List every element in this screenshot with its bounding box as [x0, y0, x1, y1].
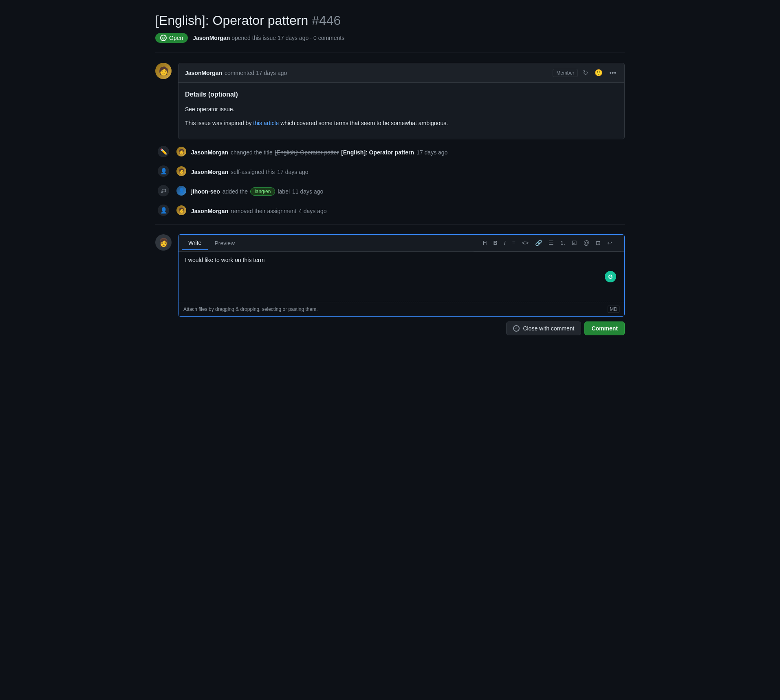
- editor-toolbar: H B I ≡ <> 🔗 ☰ 1. ☑ @ ⊡ ↩: [474, 235, 621, 251]
- event-icon-col-1: ✏️: [155, 146, 172, 157]
- editor-header: Write Preview H B I ≡ <> 🔗 ☰ 1. ☑ @: [178, 235, 624, 252]
- opened-text: opened this issue 17 days ago: [231, 35, 308, 41]
- open-icon: ⊙: [160, 35, 167, 41]
- person-icon-1: 👤: [158, 165, 169, 177]
- event-author-1: JasonMorgan: [191, 149, 228, 156]
- issue-number: #446: [312, 13, 341, 28]
- comment-paragraph1: See operator issue.: [185, 105, 618, 114]
- comment-timestamp: commented 17 days ago: [225, 70, 287, 76]
- event-author-3: jihoon-seo: [191, 188, 220, 195]
- form-actions: ✓ Close with comment Comment: [178, 321, 625, 335]
- toolbar-ordered-list[interactable]: 1.: [558, 238, 568, 248]
- old-title: [English]: Operator patter: [275, 149, 339, 156]
- editor-wrapper: I would like to work on this term G: [178, 252, 624, 302]
- paragraph2-suffix: which covered some terms that seem to be…: [280, 120, 448, 126]
- comment-body: Details (optional) See operator issue. T…: [178, 83, 624, 139]
- avatar: 🧑: [155, 63, 172, 79]
- comment-heading: Details (optional): [185, 89, 618, 100]
- event-row-1: ✏️ 🧑 JasonMorgan changed the title [Engl…: [155, 146, 625, 157]
- comment-header-right: Member ↻ 🙂 •••: [553, 67, 618, 78]
- toolbar-code[interactable]: <>: [520, 238, 531, 248]
- status-badge: ⊙ Open: [155, 33, 188, 43]
- toolbar-reference[interactable]: ⊡: [593, 238, 603, 248]
- event-avatar-3: 👤: [176, 186, 186, 196]
- toolbar-italic[interactable]: I: [502, 238, 508, 248]
- event-avatar-2: 🧑: [176, 166, 186, 176]
- emoji-button[interactable]: 🙂: [593, 67, 604, 78]
- toolbar-mention[interactable]: @: [581, 238, 592, 248]
- bottom-divider: [155, 224, 625, 225]
- issue-title-text: [English]: Operator pattern: [155, 13, 308, 28]
- event-text-2: JasonMorgan self-assigned this 17 days a…: [191, 167, 625, 175]
- divider: [155, 53, 625, 53]
- article-link[interactable]: this article: [253, 120, 279, 126]
- label-badge: lang/en: [250, 187, 275, 196]
- event-text-1: JasonMorgan changed the title [English]:…: [191, 147, 625, 156]
- event-author-2: JasonMorgan: [191, 169, 228, 175]
- editor-tabs: Write Preview: [182, 236, 241, 250]
- event-avatar-4: 🧑: [176, 205, 186, 215]
- toolbar-tasklist[interactable]: ☑: [569, 238, 579, 248]
- event-text-4: JasonMorgan removed their assignment 4 d…: [191, 206, 625, 214]
- comment-form-section: 👩 Write Preview H B I ≡ <> 🔗: [155, 234, 625, 335]
- reaction-button[interactable]: ↻: [581, 67, 590, 78]
- comment-author: JasonMorgan: [185, 70, 222, 76]
- event-time-1: 17 days ago: [416, 149, 447, 156]
- event-time-2: 17 days ago: [277, 169, 308, 175]
- event-time-3: 11 days ago: [292, 188, 323, 195]
- event-avatar-1: 🧑: [176, 147, 186, 156]
- paragraph2-prefix: This issue was inspired by: [185, 120, 253, 126]
- toolbar-unordered-list[interactable]: ☰: [546, 238, 556, 248]
- tab-preview[interactable]: Preview: [208, 236, 241, 250]
- issue-title: [English]: Operator pattern #446: [155, 13, 625, 28]
- comment-textarea[interactable]: I would like to work on this term: [178, 252, 624, 301]
- toolbar-link[interactable]: 🔗: [533, 238, 544, 248]
- event-time-4: 4 days ago: [299, 208, 327, 214]
- tag-icon: 🏷: [158, 185, 169, 196]
- toolbar-quote[interactable]: ≡: [510, 238, 518, 248]
- editor-container: Write Preview H B I ≡ <> 🔗 ☰ 1. ☑ @: [178, 234, 625, 335]
- comment-block: 🧑 JasonMorgan commented 17 days ago Memb…: [155, 63, 625, 139]
- comment-box: JasonMorgan commented 17 days ago Member…: [178, 63, 625, 139]
- comment-header: JasonMorgan commented 17 days ago Member…: [178, 63, 624, 83]
- event-row-3: 🏷 👤 jihoon-seo added the lang/en label 1…: [155, 185, 625, 196]
- action-buttons: ✓ Close with comment Comment: [506, 321, 625, 335]
- event-icon-col-3: 🏷: [155, 185, 172, 196]
- close-comment-label: Close with comment: [523, 325, 574, 332]
- current-user-avatar: 👩: [155, 234, 172, 251]
- close-icon: ✓: [513, 325, 520, 332]
- comment-editor: Write Preview H B I ≡ <> 🔗 ☰ 1. ☑ @: [178, 234, 625, 317]
- status-text: Open: [169, 35, 183, 41]
- editor-footer: Attach files by dragging & dropping, sel…: [178, 302, 624, 316]
- event-row-4: 👤 🧑 JasonMorgan removed their assignment…: [155, 205, 625, 216]
- member-badge: Member: [553, 69, 578, 77]
- comment-header-left: JasonMorgan commented 17 days ago: [185, 70, 287, 76]
- event-row-2: 👤 🧑 JasonMorgan self-assigned this 17 da…: [155, 165, 625, 177]
- toolbar-bold[interactable]: B: [491, 238, 500, 248]
- new-title: [English]: Operator pattern: [341, 149, 414, 156]
- close-with-comment-button[interactable]: ✓ Close with comment: [506, 321, 581, 335]
- comment-button[interactable]: Comment: [584, 321, 625, 335]
- event-author-4: JasonMorgan: [191, 208, 228, 214]
- timeline-group: ✏️ 🧑 JasonMorgan changed the title [Engl…: [155, 146, 625, 216]
- toolbar-undo[interactable]: ↩: [605, 238, 615, 248]
- issue-meta: ⊙ Open JasonMorgan opened this issue 17 …: [155, 33, 625, 43]
- tab-write[interactable]: Write: [182, 236, 208, 250]
- event-icon-col-2: 👤: [155, 165, 172, 177]
- pencil-icon: ✏️: [158, 146, 169, 157]
- markdown-icon: MD: [608, 306, 619, 313]
- issue-author: JasonMorgan: [193, 35, 230, 41]
- event-text-3: jihoon-seo added the lang/en label 11 da…: [191, 186, 625, 196]
- toolbar-heading[interactable]: H: [480, 238, 489, 248]
- event-icon-col-4: 👤: [155, 205, 172, 216]
- comments-count: 0 comments: [313, 35, 344, 41]
- attach-text: Attach files by dragging & dropping, sel…: [183, 306, 318, 312]
- more-button[interactable]: •••: [608, 68, 618, 78]
- meta-text: JasonMorgan opened this issue 17 days ag…: [193, 35, 344, 41]
- comment-paragraph2: This issue was inspired by this article …: [185, 119, 618, 128]
- person-icon-2: 👤: [158, 205, 169, 216]
